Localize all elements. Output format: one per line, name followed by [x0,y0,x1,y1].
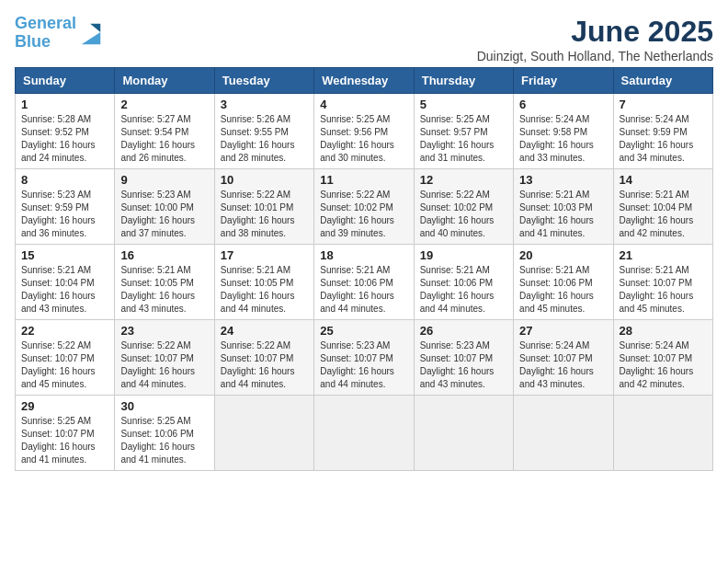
day-content: Sunrise: 5:21 AM Sunset: 10:07 PM Daylig… [620,264,707,316]
day-number: 20 [519,248,607,262]
calendar-cell: 21 Sunrise: 5:21 AM Sunset: 10:07 PM Day… [613,245,712,320]
day-content: Sunrise: 5:27 AM Sunset: 9:54 PM Dayligh… [120,113,208,165]
weekday-header-saturday: Saturday [613,68,712,94]
day-number: 25 [320,324,407,338]
svg-marker-1 [90,24,100,32]
day-content: Sunrise: 5:24 AM Sunset: 10:07 PM Daylig… [519,339,607,391]
calendar-cell: 30 Sunrise: 5:25 AM Sunset: 10:06 PM Day… [115,396,214,471]
day-content: Sunrise: 5:23 AM Sunset: 9:59 PM Dayligh… [21,189,108,240]
day-number: 21 [620,248,707,262]
day-number: 11 [320,173,407,187]
day-number: 13 [519,173,607,187]
logo-text: General Blue [15,15,76,52]
day-number: 4 [320,98,407,111]
week-row-3: 15 Sunrise: 5:21 AM Sunset: 10:04 PM Day… [16,245,713,320]
day-content: Sunrise: 5:28 AM Sunset: 9:52 PM Dayligh… [21,113,108,165]
day-number: 19 [420,248,507,262]
day-number: 7 [620,98,707,111]
logo: General Blue [15,15,104,52]
calendar-cell [314,396,414,471]
calendar-cell: 17 Sunrise: 5:21 AM Sunset: 10:05 PM Day… [214,245,313,320]
day-content: Sunrise: 5:21 AM Sunset: 10:04 PM Daylig… [21,264,108,316]
calendar-cell: 28 Sunrise: 5:24 AM Sunset: 10:07 PM Day… [613,320,712,396]
day-number: 18 [320,248,407,262]
calendar-cell [214,396,313,471]
day-content: Sunrise: 5:21 AM Sunset: 10:05 PM Daylig… [120,264,208,316]
day-content: Sunrise: 5:22 AM Sunset: 10:02 PM Daylig… [420,189,507,240]
day-content: Sunrise: 5:21 AM Sunset: 10:03 PM Daylig… [519,189,607,240]
day-content: Sunrise: 5:25 AM Sunset: 10:06 PM Daylig… [120,415,208,466]
day-content: Sunrise: 5:22 AM Sunset: 10:07 PM Daylig… [120,339,208,391]
calendar-cell: 20 Sunrise: 5:21 AM Sunset: 10:06 PM Day… [514,245,613,320]
day-number: 8 [21,173,108,187]
day-number: 23 [120,324,208,338]
calendar-cell: 10 Sunrise: 5:22 AM Sunset: 10:01 PM Day… [214,169,313,245]
day-number: 16 [120,248,208,262]
day-content: Sunrise: 5:25 AM Sunset: 9:56 PM Dayligh… [320,113,407,165]
day-number: 28 [620,324,707,338]
weekday-header-sunday: Sunday [16,68,115,94]
calendar-cell: 2 Sunrise: 5:27 AM Sunset: 9:54 PM Dayli… [115,94,214,169]
calendar: SundayMondayTuesdayWednesdayThursdayFrid… [15,67,713,471]
calendar-cell: 1 Sunrise: 5:28 AM Sunset: 9:52 PM Dayli… [16,94,115,169]
calendar-cell: 8 Sunrise: 5:23 AM Sunset: 9:59 PM Dayli… [16,169,115,245]
day-number: 30 [120,399,208,413]
day-content: Sunrise: 5:21 AM Sunset: 10:04 PM Daylig… [620,189,707,240]
weekday-header-friday: Friday [514,68,613,94]
day-number: 29 [21,399,108,413]
weekday-header-monday: Monday [115,68,214,94]
week-row-1: 1 Sunrise: 5:28 AM Sunset: 9:52 PM Dayli… [16,94,713,169]
day-number: 15 [21,248,108,262]
calendar-cell: 22 Sunrise: 5:22 AM Sunset: 10:07 PM Day… [16,320,115,396]
calendar-cell: 12 Sunrise: 5:22 AM Sunset: 10:02 PM Day… [414,169,513,245]
title-area: June 2025 Duinzigt, South Holland, The N… [477,15,713,63]
weekday-header-tuesday: Tuesday [214,68,313,94]
calendar-cell: 16 Sunrise: 5:21 AM Sunset: 10:05 PM Day… [115,245,214,320]
day-number: 2 [120,98,208,111]
day-content: Sunrise: 5:25 AM Sunset: 10:07 PM Daylig… [21,415,108,466]
calendar-cell: 6 Sunrise: 5:24 AM Sunset: 9:58 PM Dayli… [514,94,613,169]
month-title: June 2025 [477,15,713,49]
day-number: 26 [420,324,507,338]
day-content: Sunrise: 5:21 AM Sunset: 10:06 PM Daylig… [519,264,607,316]
calendar-cell [414,396,513,471]
calendar-cell [613,396,712,471]
calendar-cell: 23 Sunrise: 5:22 AM Sunset: 10:07 PM Day… [115,320,214,396]
day-number: 1 [21,98,108,111]
day-content: Sunrise: 5:26 AM Sunset: 9:55 PM Dayligh… [221,113,308,165]
day-content: Sunrise: 5:21 AM Sunset: 10:06 PM Daylig… [320,264,407,316]
day-number: 5 [420,98,507,111]
weekday-header-thursday: Thursday [414,68,513,94]
location-title: Duinzigt, South Holland, The Netherlands [477,49,713,63]
day-content: Sunrise: 5:24 AM Sunset: 9:58 PM Dayligh… [519,113,607,165]
calendar-cell: 5 Sunrise: 5:25 AM Sunset: 9:57 PM Dayli… [414,94,513,169]
day-number: 3 [221,98,308,111]
day-content: Sunrise: 5:21 AM Sunset: 10:05 PM Daylig… [221,264,308,316]
day-number: 14 [620,173,707,187]
day-number: 12 [420,173,507,187]
header: General Blue June 2025 Duinzigt, South H… [15,15,713,63]
calendar-cell: 25 Sunrise: 5:23 AM Sunset: 10:07 PM Day… [314,320,414,396]
day-content: Sunrise: 5:25 AM Sunset: 9:57 PM Dayligh… [420,113,507,165]
calendar-cell: 7 Sunrise: 5:24 AM Sunset: 9:59 PM Dayli… [613,94,712,169]
calendar-cell: 13 Sunrise: 5:21 AM Sunset: 10:03 PM Day… [514,169,613,245]
calendar-cell: 4 Sunrise: 5:25 AM Sunset: 9:56 PM Dayli… [314,94,414,169]
day-content: Sunrise: 5:23 AM Sunset: 10:07 PM Daylig… [420,339,507,391]
day-content: Sunrise: 5:23 AM Sunset: 10:00 PM Daylig… [120,189,208,240]
day-number: 27 [519,324,607,338]
day-content: Sunrise: 5:22 AM Sunset: 10:07 PM Daylig… [21,339,108,391]
calendar-cell: 11 Sunrise: 5:22 AM Sunset: 10:02 PM Day… [314,169,414,245]
calendar-cell: 29 Sunrise: 5:25 AM Sunset: 10:07 PM Day… [16,396,115,471]
weekday-header-row: SundayMondayTuesdayWednesdayThursdayFrid… [16,68,713,94]
calendar-cell: 27 Sunrise: 5:24 AM Sunset: 10:07 PM Day… [514,320,613,396]
calendar-cell: 3 Sunrise: 5:26 AM Sunset: 9:55 PM Dayli… [214,94,313,169]
day-content: Sunrise: 5:24 AM Sunset: 9:59 PM Dayligh… [620,113,707,165]
calendar-cell: 24 Sunrise: 5:22 AM Sunset: 10:07 PM Day… [214,320,313,396]
day-content: Sunrise: 5:22 AM Sunset: 10:07 PM Daylig… [221,339,308,391]
week-row-2: 8 Sunrise: 5:23 AM Sunset: 9:59 PM Dayli… [16,169,713,245]
calendar-cell: 18 Sunrise: 5:21 AM Sunset: 10:06 PM Day… [314,245,414,320]
day-content: Sunrise: 5:22 AM Sunset: 10:02 PM Daylig… [320,189,407,240]
day-number: 9 [120,173,208,187]
logo-icon [78,20,104,46]
day-number: 24 [221,324,308,338]
